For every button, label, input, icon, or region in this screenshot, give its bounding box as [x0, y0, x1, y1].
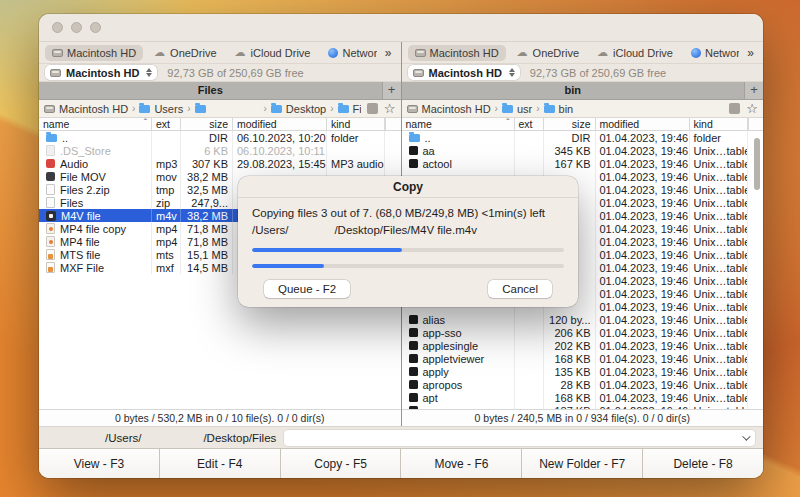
breadcrumb-segment-files[interactable]: Files — [338, 103, 361, 115]
file-name-cell: Audio — [39, 157, 152, 170]
column-header-modified[interactable]: modified — [596, 118, 690, 130]
favorites-overflow-button[interactable]: » — [743, 46, 757, 60]
file-row-audio[interactable]: Audiomp3307 KB29.08.2023, 15:45MP3 audio — [39, 157, 401, 170]
file-kind-cell: Unix…table — [690, 196, 748, 209]
copy-path-prefix: /Users/ — [252, 224, 288, 236]
command-input[interactable] — [284, 430, 755, 446]
delete-f8-button[interactable]: Delete - F8 — [643, 449, 763, 478]
file-name-cell: .DS_Store — [39, 144, 152, 157]
file-row-[interactable]: ..DIR01.04.2023, 19:46folder — [402, 131, 764, 144]
drive-stepper-icon — [146, 68, 152, 77]
breadcrumb-segment-bin[interactable]: bin — [544, 103, 574, 115]
file-row-apropos[interactable]: apropos28 KB01.04.2023, 19:46Unix…table — [402, 378, 764, 391]
column-header-size[interactable]: size — [181, 118, 233, 130]
queue-button[interactable]: Queue - F2 — [264, 280, 350, 298]
breadcrumb-separator: › — [264, 103, 267, 114]
file-kind-cell: Unix…table — [690, 222, 748, 235]
favorite-tab-onedrive[interactable]: OneDrive — [510, 45, 586, 61]
favorite-tab-icloud-drive[interactable]: iCloud Drive — [228, 45, 318, 61]
copy-f5-button[interactable]: Copy - F5 — [281, 449, 402, 478]
file-name-cell: M4V file — [39, 209, 152, 222]
breadcrumb-segment-macintosh-hd[interactable]: Macintosh HD — [44, 103, 128, 115]
favorite-tab-icloud-drive[interactable]: iCloud Drive — [590, 45, 680, 61]
file-lane-cell — [748, 274, 764, 287]
breadcrumb-segment-users[interactable]: Users — [139, 103, 183, 115]
view-f3-button[interactable]: View - F3 — [39, 449, 160, 478]
file-size-cell: 345 KB — [544, 144, 596, 157]
file-name-cell: File MOV — [39, 170, 152, 183]
file-row-appletviewer[interactable]: appletviewer168 KB01.04.2023, 19:46Unix…… — [402, 352, 764, 365]
file-row-actool[interactable]: actool167 KB01.04.2023, 19:46Unix…table — [402, 157, 764, 170]
favorite-tab-network[interactable]: Network — [321, 45, 376, 61]
drive-selector[interactable]: Macintosh HD — [45, 65, 157, 80]
new-folder-f7-button[interactable]: New Folder - F7 — [522, 449, 643, 478]
zoom-window-button[interactable] — [90, 22, 101, 33]
breadcrumb-label: Files — [353, 103, 361, 115]
file-row-[interactable]: ..DIR06.10.2023, 10:20folder — [39, 131, 401, 144]
file-name: MP4 file copy — [60, 223, 126, 235]
column-header-ext[interactable]: ext — [515, 118, 544, 130]
cloud-icon — [517, 47, 529, 58]
favorite-tab-macintosh-hd[interactable]: Macintosh HD — [408, 45, 506, 61]
minimize-window-button[interactable] — [71, 22, 82, 33]
add-tab-button[interactable]: + — [382, 82, 401, 99]
av-file-icon — [46, 249, 55, 260]
file-size-cell: 28 KB — [544, 378, 596, 391]
favorite-tab-label: Network — [705, 47, 739, 59]
file-ext-cell — [515, 404, 544, 409]
favorites-overflow-button[interactable]: » — [381, 46, 395, 60]
file-row-ds-store[interactable]: .DS_Store6 KB06.10.2023, 10:11 — [39, 144, 401, 157]
file-row-apt[interactable]: apt168 KB01.04.2023, 19:46Unix…table — [402, 391, 764, 404]
file-modified-cell: 01.04.2023, 19:46 — [596, 287, 690, 300]
file-name: File MOV — [60, 171, 106, 183]
breadcrumb-label: Users — [154, 103, 183, 115]
close-window-button[interactable] — [52, 22, 63, 33]
pane-view-mode-button[interactable] — [367, 103, 378, 114]
column-header-size[interactable]: size — [544, 118, 596, 130]
column-header-ext[interactable]: ext — [152, 118, 181, 130]
breadcrumb-segment-desktop[interactable]: Desktop — [271, 103, 326, 115]
move-f6-button[interactable]: Move - F6 — [401, 449, 522, 478]
file-row-app-sso[interactable]: app-sso206 KB01.04.2023, 19:46Unix…table — [402, 326, 764, 339]
file-row-alias[interactable]: alias120 by...01.04.2023, 19:46Unix…tabl… — [402, 313, 764, 326]
mp3-file-icon — [46, 159, 55, 168]
column-header-name[interactable]: nameˆ — [402, 118, 515, 130]
file-row-applesingle[interactable]: applesingle202 KB01.04.2023, 19:46Unix…t… — [402, 339, 764, 352]
folder-icon — [338, 105, 349, 113]
folder-tab[interactable]: bin — [402, 82, 745, 99]
breadcrumb-segment-macintosh-hd[interactable]: Macintosh HD — [407, 103, 491, 115]
drive-selector[interactable]: Macintosh HD — [408, 65, 520, 80]
file-row-apply[interactable]: apply135 KB01.04.2023, 19:46Unix…table — [402, 365, 764, 378]
folder-file-icon — [409, 134, 420, 142]
vertical-scrollbar-thumb[interactable] — [754, 138, 760, 190]
favorite-tab-macintosh-hd[interactable]: Macintosh HD — [45, 45, 143, 61]
favorite-star-icon[interactable]: ☆ — [746, 103, 758, 114]
disk-icon — [50, 69, 61, 77]
edit-f4-button[interactable]: Edit - F4 — [160, 449, 281, 478]
favorites-bar: Macintosh HDOneDriveiCloud DriveNetwork … — [402, 42, 764, 64]
command-history-chevron-down-icon[interactable] — [742, 432, 750, 440]
file-row[interactable]: 187 KB01.04.2023, 19:46Unix…table — [402, 404, 764, 409]
file-modified-cell: 01.04.2023, 19:46 — [596, 378, 690, 391]
breadcrumb-segment-usr[interactable]: usr — [502, 103, 532, 115]
cancel-button[interactable]: Cancel — [488, 280, 552, 298]
favorite-star-icon[interactable]: ☆ — [384, 103, 396, 114]
column-header-modified[interactable]: modified — [233, 118, 327, 130]
file-name-cell: aa — [402, 144, 515, 157]
copy-path-suffix: /Desktop/Files/M4V file.m4v — [334, 224, 477, 236]
exec-file-icon — [409, 406, 418, 409]
folder-tab[interactable]: Files — [39, 82, 382, 99]
file-ext-cell — [515, 391, 544, 404]
column-header-kind[interactable]: kind — [690, 118, 748, 130]
file-row-aa[interactable]: aa345 KB01.04.2023, 19:46Unix…table — [402, 144, 764, 157]
breadcrumb-segment-user[interactable] — [195, 104, 260, 113]
add-tab-button[interactable]: + — [744, 82, 763, 99]
favorite-tab-network[interactable]: Network — [684, 45, 739, 61]
pane-view-mode-button[interactable] — [729, 103, 740, 114]
column-header-kind[interactable]: kind — [327, 118, 385, 130]
file-ext-cell: mp3 — [152, 157, 181, 170]
favorite-tab-onedrive[interactable]: OneDrive — [147, 45, 223, 61]
globe-icon — [328, 48, 338, 58]
file-modified-cell: 01.04.2023, 19:46 — [596, 326, 690, 339]
column-header-name[interactable]: nameˆ — [39, 118, 152, 130]
